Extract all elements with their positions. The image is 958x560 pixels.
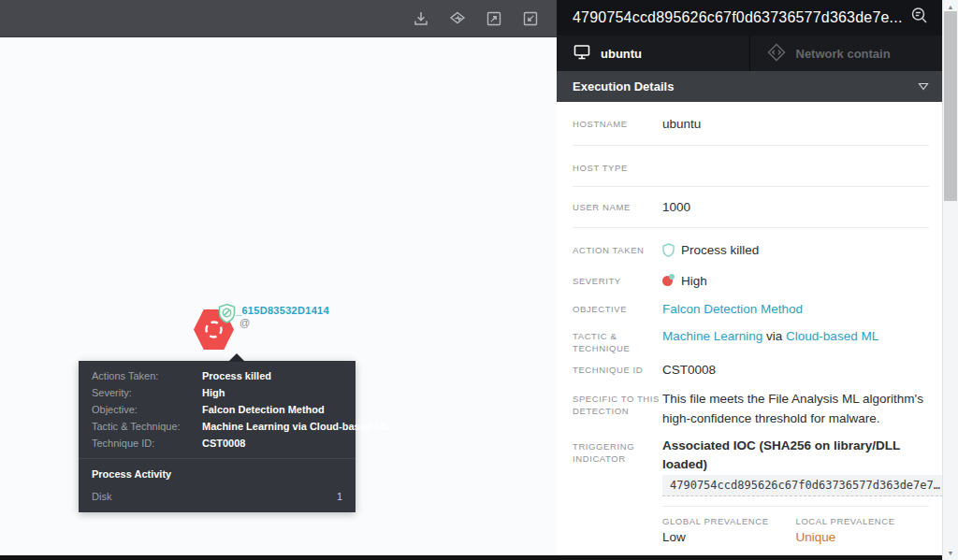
tab-network-contain[interactable]: Network contain — [749, 36, 943, 71]
detection-screen: _615D83532D1414 @ Actions Taken: Process… — [0, 0, 958, 560]
detail-row-triggering-indicator: TRIGGERING INDICATOR Associated IOC (SHA… — [557, 428, 942, 496]
scrollbar-thumb[interactable] — [944, 11, 957, 201]
activity-label: Disk — [92, 491, 111, 502]
execution-details-header[interactable]: Execution Details — [557, 71, 942, 102]
tab-host[interactable]: ubuntu — [557, 36, 749, 71]
layers-icon[interactable] — [448, 9, 467, 28]
shield-icon — [662, 243, 675, 263]
field-value: Low — [662, 527, 796, 548]
hash-search-icon[interactable] — [909, 6, 930, 30]
field-value: CST0008 — [662, 360, 929, 380]
field-label: TECHNIQUE ID — [573, 360, 662, 380]
field-value: Unique — [796, 527, 930, 548]
process-graph-canvas[interactable]: _615D83532D1414 @ Actions Taken: Process… — [0, 37, 557, 556]
ioc-title: Associated IOC (SHA256 on library/DLL lo… — [662, 437, 942, 474]
window-bottom-edge — [0, 555, 942, 560]
execution-details-body: HOSTNAME ubuntu HOST TYPE USER NAME 1000… — [557, 102, 942, 556]
collapse-chevron-icon[interactable] — [918, 79, 929, 93]
tooltip-row: Technique ID: CST0008 — [92, 438, 342, 449]
tooltip-row: Severity: High — [92, 388, 342, 398]
tooltip-label: Severity: — [92, 388, 202, 398]
prevalence-block: GLOBAL PREVALENCE Low LOCAL PREVALENCE U… — [662, 506, 929, 556]
host-tabs: ubuntu Network contain — [557, 36, 942, 71]
panel-scrollbar[interactable]: ▲ ▼ — [942, 0, 958, 560]
tooltip-caret — [228, 353, 245, 362]
process-killed-shield-icon — [217, 303, 237, 328]
detail-row-hostname: HOSTNAME ubuntu — [557, 102, 942, 145]
local-prevalence: LOCAL PREVALENCE Unique — [796, 515, 930, 548]
tooltip-value: Process killed — [202, 371, 271, 381]
field-value: ubuntu — [662, 114, 929, 134]
field-label: HOST TYPE — [573, 158, 662, 174]
detail-row-user-name: USER NAME 1000 — [557, 187, 942, 227]
ioc-hash-value[interactable]: 4790754ccd895626c67f0d63736577d363de7e7… — [662, 475, 942, 496]
detail-row-action-taken: ACTION TAKEN Process killed — [557, 228, 942, 263]
global-prevalence: GLOBAL PREVALENCE Low — [662, 515, 796, 548]
collapse-icon[interactable] — [521, 9, 540, 28]
field-value: High — [681, 274, 707, 288]
tooltip-label: Tactic & Technique: — [92, 422, 202, 432]
tooltip-activity-row: Disk 1 — [79, 488, 356, 512]
detection-detail-panel: 4790754ccd895626c67f0d63736577d363de7e..… — [557, 0, 942, 560]
field-label: SEVERITY — [573, 271, 662, 291]
detail-row-tactic-technique: TACTIC & TECHNIQUE Machine Learning via … — [557, 319, 942, 354]
expand-icon[interactable] — [485, 9, 503, 28]
tooltip-label: Objective: — [92, 405, 202, 415]
tooltip-row: Actions Taken: Process killed — [92, 371, 342, 381]
field-label: LOCAL PREVALENCE — [796, 515, 930, 527]
field-label: ACTION TAKEN — [573, 240, 662, 263]
process-node-label[interactable]: _615D83532D1414 — [236, 305, 329, 316]
detection-marker-icon: @ — [240, 318, 250, 328]
execution-details-title: Execution Details — [573, 79, 674, 93]
activity-count: 1 — [337, 491, 342, 502]
download-icon[interactable] — [412, 9, 430, 28]
detail-row-host-type: HOST TYPE — [557, 146, 942, 186]
network-contain-icon — [766, 42, 787, 65]
tooltip-section-title: Process Activity — [79, 459, 356, 488]
objective-link[interactable]: Falcon Detection Method — [662, 302, 803, 316]
severity-high-icon — [662, 275, 674, 286]
tab-network-contain-label: Network contain — [796, 47, 891, 61]
graph-toolbar — [0, 0, 557, 37]
field-value: Process killed — [681, 243, 759, 257]
field-label: SPECIFIC TO THIS DETECTION — [573, 389, 662, 428]
panel-header: 4790754ccd895626c67f0d63736577d363de7e..… — [557, 0, 942, 36]
tooltip-label: Technique ID: — [92, 438, 202, 449]
detail-row-specific: SPECIFIC TO THIS DETECTION This file mee… — [557, 380, 942, 428]
tooltip-row: Objective: Falcon Detection Method — [92, 405, 342, 415]
node-tooltip: Actions Taken: Process killed Severity: … — [79, 361, 356, 512]
tooltip-value: High — [202, 388, 225, 398]
field-label: OBJECTIVE — [573, 299, 662, 319]
file-hash-title: 4790754ccd895626c67f0d63736577d363de7e..… — [573, 9, 909, 26]
tactic-link[interactable]: Machine Learning — [662, 329, 762, 343]
tactic-connector: via — [762, 329, 786, 343]
field-label: USER NAME — [573, 197, 662, 217]
tooltip-label: Actions Taken: — [92, 371, 202, 381]
field-label: TACTIC & TECHNIQUE — [573, 326, 662, 354]
monitor-icon — [573, 43, 591, 64]
detail-row-technique-id: TECHNIQUE ID CST0008 — [557, 354, 942, 380]
field-label: HOSTNAME — [573, 114, 662, 134]
technique-link[interactable]: Cloud-based ML — [786, 329, 878, 343]
tooltip-row: Tactic & Technique: Machine Learning via… — [92, 422, 342, 432]
process-node[interactable] — [194, 309, 234, 350]
field-label: GLOBAL PREVALENCE — [662, 515, 796, 527]
tooltip-value: CST0008 — [202, 438, 245, 449]
scroll-down-arrow[interactable]: ▼ — [943, 546, 958, 559]
field-label: TRIGGERING INDICATOR — [573, 437, 662, 496]
tab-host-label: ubuntu — [601, 47, 642, 61]
field-value: This file meets the File Analysis ML alg… — [662, 389, 929, 428]
field-value — [662, 158, 929, 174]
tooltip-value: Machine Learning via Cloud-based ML — [202, 422, 389, 432]
tooltip-value: Falcon Detection Method — [202, 405, 325, 415]
detail-row-severity: SEVERITY High — [557, 263, 942, 291]
field-value: 1000 — [662, 197, 929, 217]
detail-row-objective: OBJECTIVE Falcon Detection Method — [557, 291, 942, 319]
